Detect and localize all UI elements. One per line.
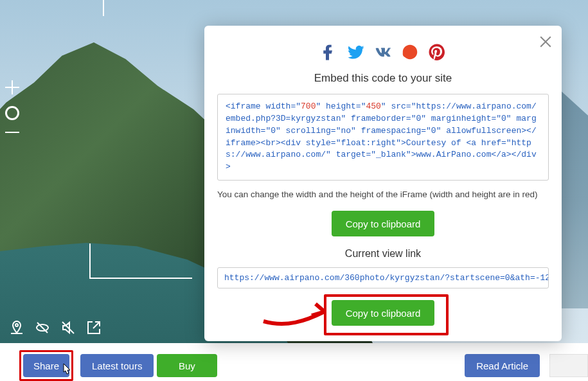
share-icon[interactable] — [86, 320, 102, 335]
share-highlight: Share — [19, 350, 73, 381]
zoom-out-button[interactable] — [5, 132, 19, 133]
auto-rotate-icon[interactable] — [35, 320, 50, 335]
share-modal: Embed this code to your site <iframe wid… — [204, 26, 562, 341]
latest-tours-button[interactable]: Latest tours — [80, 354, 154, 377]
embed-title: Embed this code to your site — [217, 72, 549, 85]
facebook-icon[interactable] — [319, 42, 339, 62]
map-pin-icon[interactable] — [9, 320, 24, 335]
link-title: Current view link — [217, 248, 549, 260]
read-article-button[interactable]: Read Article — [465, 354, 540, 377]
code-text: " src="https://www.airpano.com/embed.php… — [226, 102, 537, 172]
buy-button[interactable]: Buy — [157, 354, 217, 377]
twitter-icon[interactable] — [346, 42, 366, 62]
copy-embed-button[interactable]: Copy to clipboard — [332, 211, 435, 236]
viewer-toolbar — [9, 320, 102, 335]
code-width: 700 — [301, 102, 316, 111]
stumbleupon-icon[interactable] — [400, 42, 420, 62]
crop-mark — [89, 244, 91, 279]
pinterest-icon[interactable] — [427, 42, 447, 62]
crop-mark — [89, 278, 192, 279]
mute-icon[interactable] — [60, 320, 76, 335]
code-text: " height=" — [316, 102, 366, 111]
share-button[interactable]: Share — [23, 354, 69, 377]
view-link-box[interactable]: https://www.airpano.com/360photo/kyrgyzs… — [217, 267, 549, 288]
svg-point-0 — [15, 324, 18, 326]
copy-link-button[interactable]: Copy to clipboard — [332, 300, 435, 326]
embed-hint: You can change the width and the height … — [217, 190, 549, 199]
vk-icon[interactable] — [373, 42, 393, 62]
close-button[interactable] — [539, 35, 553, 49]
zoom-slider-knob[interactable] — [5, 106, 19, 120]
side-panel-stub — [549, 354, 588, 377]
crop-mark — [103, 0, 104, 16]
zoom-control — [5, 80, 19, 133]
code-height: 450 — [366, 102, 380, 111]
social-row — [217, 42, 549, 62]
embed-code-box[interactable]: <iframe width="700" height="450" src="ht… — [217, 94, 549, 181]
code-text: <iframe width=" — [226, 102, 301, 111]
zoom-in-button[interactable] — [5, 80, 19, 94]
